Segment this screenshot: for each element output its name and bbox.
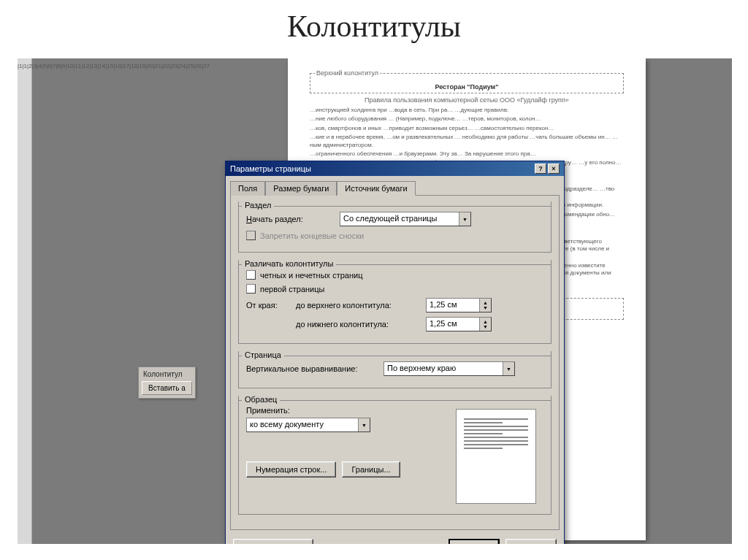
group-section: Раздел Начать раздел: Со следующей стран… [238,202,552,253]
group-headers-label: Различать колонтитулы [242,259,336,268]
word-workspace: |1|1|2|3|4|5|6|7|8|9|10|11|12|13|14|15|1… [18,58,732,544]
group-page: Страница Вертикальное выравнивание: По в… [238,351,552,388]
chevron-down-icon: ▼ [459,212,470,226]
valign-value: По верхнему краю [384,362,503,375]
chevron-down-icon: ▼ [503,362,514,375]
chevron-down-icon: ▼ [358,418,370,431]
doc-brand: Ресторан "Подиум" [315,83,619,91]
vertical-ruler: |1|1|2|3|4|5|6|7|8|9|10|11|12|13|14|15|1… [18,58,32,544]
slide-title: Колонтитулы [0,0,748,50]
dialog-title: Параметры страницы [230,164,311,173]
apply-to-value: ко всему документу [247,418,358,431]
dialog-titlebar[interactable]: Параметры страницы ? × [226,161,564,176]
header-zone-label: Верхний колонтитул [315,69,380,77]
footer-distance-spin[interactable]: 1,25 см ▲▼ [426,317,492,331]
group-section-label: Раздел [242,201,274,210]
section-start-combo[interactable]: Со следующей страницы ▼ [340,212,471,226]
insert-autotext-button[interactable]: Вставить а [142,381,192,395]
doc-subtitle: Правила пользования компьютерной сетью О… [310,96,624,104]
page-preview [456,409,536,504]
footer-distance-value: 1,25 см [427,318,479,331]
tab-fields[interactable]: Поля [230,181,265,196]
toolbar-title: Колонтитул [140,369,194,380]
to-footer-label: до нижнего колонтитула: [296,320,420,329]
line-numbers-button[interactable]: Нумерация строк... [246,461,336,477]
dialog-button-bar: По умолчанию... ОК Отмена [226,534,564,544]
valign-label: Вертикальное выравнивание: [246,364,378,373]
borders-button[interactable]: Границы... [342,461,400,477]
apply-to-combo[interactable]: ко всему документу ▼ [246,418,370,432]
to-header-label: до верхнего колонтитула: [296,301,420,310]
tab-paper-source[interactable]: Источник бумаги [337,181,415,196]
spinner-icon: ▲▼ [479,318,491,331]
section-start-value: Со следующей страницы [340,212,459,226]
close-button[interactable]: × [548,164,560,174]
apply-to-label: Применить: [246,406,290,415]
spinner-icon: ▲▼ [479,299,491,312]
tab-panel-paper-source: Раздел Начать раздел: Со следующей стран… [230,195,560,530]
section-start-label: Начать раздел: [246,215,334,223]
suppress-endnotes-checkbox: Запретить концевые сноски [246,231,364,240]
cancel-button[interactable]: Отмена [505,539,557,544]
default-button[interactable]: По умолчанию... [233,539,313,544]
ok-button[interactable]: ОК [449,539,500,544]
group-headers: Различать колонтитулы четных и нечетных … [238,260,552,344]
tab-paper-size[interactable]: Размер бумаги [265,181,337,196]
first-page-checkbox[interactable]: первой страницы [246,284,324,294]
header-distance-spin[interactable]: 1,25 см ▲▼ [426,298,492,312]
page-setup-dialog: Параметры страницы ? × Поля Размер бумаг… [225,161,565,544]
from-edge-label: От края: [246,301,290,310]
valign-combo[interactable]: По верхнему краю ▼ [383,361,515,376]
dialog-tabs: Поля Размер бумаги Источник бумаги [226,176,564,195]
group-sample-label: Образец [242,395,280,404]
header-area[interactable]: Верхний колонтитул Ресторан "Подиум" [310,73,624,93]
group-sample: Образец Применить: ко всему документу ▼ … [238,396,552,515]
odd-even-checkbox[interactable]: четных и нечетных страниц [246,270,362,280]
group-page-label: Страница [242,350,284,359]
header-footer-toolbar: Колонтитул Вставить а [138,367,196,399]
help-button[interactable]: ? [535,164,546,174]
header-distance-value: 1,25 см [427,299,479,312]
